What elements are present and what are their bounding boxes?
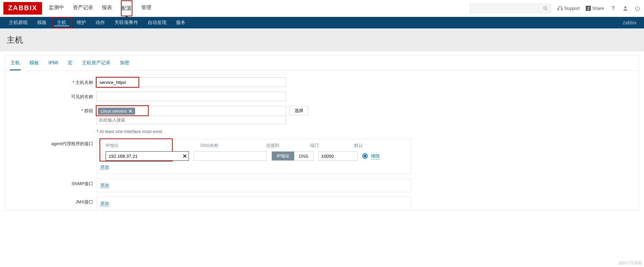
- agent-interface-label: agent代理程序的接口: [12, 139, 96, 147]
- nav-configuration[interactable]: 配置: [121, 0, 132, 16]
- subnav-maintenance[interactable]: 维护: [72, 17, 91, 28]
- power-icon[interactable]: [635, 5, 641, 12]
- top-right: Support Z Share ?: [470, 4, 641, 13]
- svg-point-0: [543, 6, 546, 9]
- tab-inventory[interactable]: 主机资产记录: [81, 58, 111, 70]
- subnav-correlation[interactable]: 关联项事件: [110, 17, 143, 28]
- connect-ip[interactable]: IP地址: [272, 152, 294, 160]
- groups-multiselect[interactable]: Linux servers ✕: [96, 106, 286, 124]
- tab-templates[interactable]: 模板: [29, 58, 40, 70]
- snmp-interface-label: SNMP接口: [12, 179, 96, 187]
- jmx-interface-box: 添加: [96, 197, 411, 210]
- snmp-interface-box: 添加: [96, 179, 411, 192]
- subnav-services[interactable]: 服务: [171, 17, 190, 28]
- top-nav: 监测中 资产记录 报表 配置 管理: [49, 0, 151, 16]
- add-snmp-interface-link[interactable]: 添加: [100, 183, 109, 188]
- connect-dns[interactable]: DNS: [294, 152, 313, 160]
- col-conn: 连接到: [266, 142, 310, 149]
- add-agent-interface-link[interactable]: 添加: [100, 164, 109, 170]
- page-title: 主机: [0, 28, 644, 51]
- share-link[interactable]: Z Share: [586, 6, 604, 11]
- tab-macros[interactable]: 宏: [67, 58, 73, 70]
- svg-rect-2: [558, 8, 559, 10]
- col-def: 默认: [354, 142, 374, 149]
- col-port: 端口: [310, 142, 354, 149]
- connect-to-toggle: IP地址 DNS: [272, 151, 314, 161]
- drag-handle-icon[interactable]: ⋮⋮⋮⋮⋮⋮: [100, 154, 104, 159]
- help-icon[interactable]: ?: [610, 5, 616, 12]
- subnav-actions[interactable]: 动作: [91, 17, 110, 28]
- svg-rect-3: [561, 8, 562, 10]
- nav-monitoring[interactable]: 监测中: [49, 0, 64, 16]
- hostname-label: *主机名称: [12, 77, 96, 86]
- nav-reports[interactable]: 报表: [102, 0, 112, 16]
- share-icon: Z: [586, 6, 591, 11]
- nav-admin[interactable]: 管理: [141, 0, 151, 16]
- group-tag-linux-servers[interactable]: Linux servers ✕: [98, 108, 135, 115]
- host-card: 主机 模板 IPMI 宏 主机资产记录 加密 *主机名称 可见的名称 *群组: [5, 55, 639, 210]
- visible-name-input[interactable]: [96, 92, 286, 101]
- tab-encryption[interactable]: 加密: [119, 58, 130, 70]
- ip-input[interactable]: [106, 151, 189, 161]
- svg-point-4: [624, 6, 626, 8]
- logo: ZABBIX: [3, 2, 42, 15]
- clear-ip-icon[interactable]: ✕: [183, 153, 187, 159]
- subnav-right: zabbix: [620, 20, 640, 25]
- remove-tag-icon[interactable]: ✕: [129, 109, 132, 114]
- host-tabs: 主机 模板 IPMI 宏 主机资产记录 加密: [5, 55, 639, 71]
- support-link[interactable]: Support: [557, 5, 580, 12]
- jmx-interface-label: JMX接口: [12, 197, 96, 205]
- svg-line-1: [546, 9, 547, 10]
- dns-input[interactable]: [194, 151, 267, 161]
- remove-interface-link[interactable]: 移除: [371, 153, 380, 159]
- tab-host[interactable]: 主机: [10, 58, 21, 70]
- subnav-discovery[interactable]: 自动发现: [143, 17, 171, 28]
- subnav-templates[interactable]: 模板: [33, 17, 51, 28]
- groups-label: *群组: [12, 106, 96, 114]
- tab-ipmi[interactable]: IPMI: [48, 58, 59, 70]
- default-interface-radio[interactable]: [362, 153, 368, 159]
- port-input[interactable]: [318, 151, 358, 161]
- user-icon[interactable]: [622, 5, 628, 12]
- col-dns: DNS名称: [188, 142, 266, 149]
- support-icon: [557, 5, 563, 12]
- nav-inventory[interactable]: 资产记录: [73, 0, 93, 16]
- interface-warning: *At least one interface must exist.: [96, 129, 163, 134]
- add-jmx-interface-link[interactable]: 添加: [100, 201, 109, 206]
- host-form: *主机名称 可见的名称 *群组 Linux servers ✕: [5, 71, 639, 210]
- select-groups-button[interactable]: 选择: [289, 106, 308, 115]
- visible-name-label: 可见的名称: [12, 92, 96, 100]
- top-bar: ZABBIX 监测中 资产记录 报表 配置 管理 Support Z Share…: [0, 0, 644, 17]
- subnav-hostgroups[interactable]: 主机群组: [4, 17, 33, 28]
- global-search[interactable]: [470, 4, 551, 13]
- hostname-input[interactable]: [96, 77, 286, 87]
- groups-search-input[interactable]: [97, 116, 286, 124]
- sub-nav: 主机群组 模板 主机 维护 动作 关联项事件 自动发现 服务 zabbix: [0, 17, 644, 28]
- col-ip: IP地址: [100, 142, 188, 149]
- subnav-hosts[interactable]: 主机: [51, 17, 72, 28]
- search-icon: [542, 5, 549, 12]
- interface-row: ⋮⋮⋮⋮⋮⋮ ✕ IP地址 DNS 移除: [100, 151, 408, 161]
- agent-interface-box: IP地址 DNS名称 连接到 端口 默认 ⋮⋮⋮⋮⋮⋮ ✕: [96, 139, 411, 174]
